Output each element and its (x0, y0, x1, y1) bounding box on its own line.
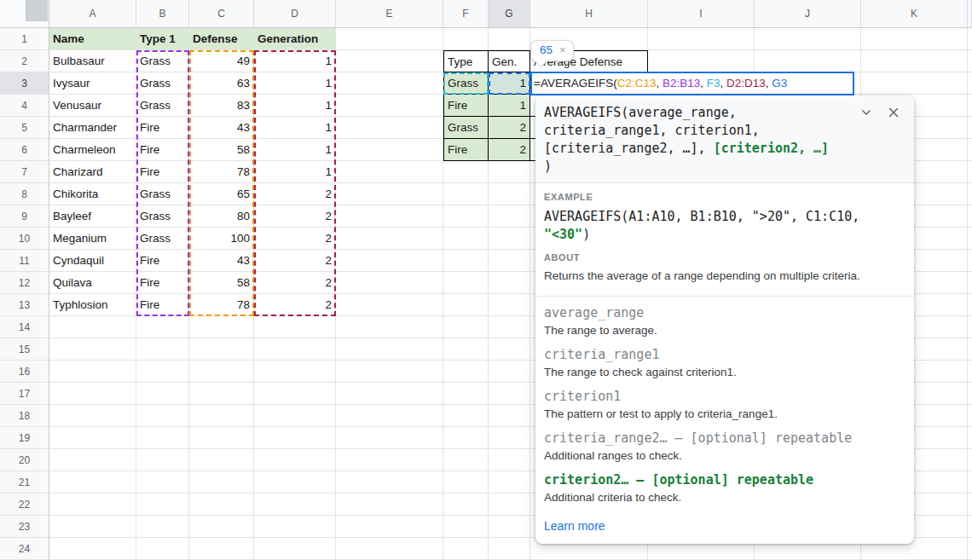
cell-C4[interactable]: 83 (189, 95, 254, 117)
cell-F12[interactable] (443, 272, 489, 294)
cell-C11[interactable]: 43 (189, 250, 254, 272)
close-icon[interactable] (885, 104, 902, 121)
cell-E24[interactable] (336, 538, 443, 560)
cell-E9[interactable] (336, 205, 443, 228)
cell-F13[interactable] (443, 294, 489, 316)
cell-F7[interactable] (443, 161, 489, 183)
cell-G20[interactable] (489, 449, 530, 471)
cell-A11[interactable]: Cyndaquil (49, 250, 136, 272)
cell-A23[interactable] (49, 516, 136, 538)
row-header-13[interactable]: 13 (0, 294, 49, 316)
cell-D23[interactable] (254, 516, 336, 538)
cell-E14[interactable] (336, 316, 443, 338)
cell-C13[interactable]: 78 (189, 294, 254, 316)
cell-G19[interactable] (489, 427, 530, 449)
column-header-A[interactable]: A (49, 0, 136, 28)
cell-E18[interactable] (336, 405, 443, 427)
row-header-21[interactable]: 21 (0, 471, 49, 494)
row-header-9[interactable]: 9 (0, 205, 49, 228)
cell-F9[interactable] (443, 205, 489, 228)
cell-A2[interactable]: Bulbasaur (49, 50, 136, 72)
cell-E3[interactable] (336, 72, 443, 95)
cell-F4[interactable]: Fire (443, 95, 489, 117)
cell-B7[interactable]: Fire (136, 161, 189, 183)
cell-A18[interactable] (49, 405, 136, 427)
cell-B21[interactable] (136, 471, 189, 494)
cell-F6[interactable]: Fire (443, 139, 489, 161)
cell-G21[interactable] (489, 471, 530, 494)
cell-K1[interactable] (861, 28, 968, 50)
cell-A8[interactable]: Chikorita (49, 183, 136, 205)
cell-B15[interactable] (136, 338, 189, 361)
cell-C17[interactable] (189, 383, 254, 405)
cell-D20[interactable] (254, 449, 336, 471)
cell-A14[interactable] (49, 316, 136, 338)
cell-D4[interactable]: 1 (254, 95, 336, 117)
cell-B8[interactable]: Grass (136, 183, 189, 205)
cell-E6[interactable] (336, 139, 443, 161)
cell-A19[interactable] (49, 427, 136, 449)
row-header-18[interactable]: 18 (0, 405, 49, 427)
cell-A12[interactable]: Quilava (49, 272, 136, 294)
row-header-23[interactable]: 23 (0, 516, 49, 538)
column-header-K[interactable]: K (861, 0, 968, 28)
cell-D8[interactable]: 2 (254, 183, 336, 205)
cell-F22[interactable] (443, 494, 489, 516)
column-header-E[interactable]: E (336, 0, 443, 28)
cell-E19[interactable] (336, 427, 443, 449)
cell-C23[interactable] (189, 516, 254, 538)
cell-A10[interactable]: Meganium (49, 228, 136, 250)
cell-G14[interactable] (489, 316, 530, 338)
cell-F8[interactable] (443, 183, 489, 205)
row-header-4[interactable]: 4 (0, 95, 49, 117)
learn-more-link[interactable]: Learn more (544, 519, 605, 533)
row-header-12[interactable]: 12 (0, 272, 49, 294)
cell-C12[interactable]: 58 (189, 272, 254, 294)
column-header-J[interactable]: J (755, 0, 861, 28)
cell-G22[interactable] (489, 494, 530, 516)
cell-F17[interactable] (443, 383, 489, 405)
row-header-10[interactable]: 10 (0, 228, 49, 250)
cell-C10[interactable]: 100 (189, 228, 254, 250)
cell-C14[interactable] (189, 316, 254, 338)
cell-E22[interactable] (336, 494, 443, 516)
row-header-22[interactable]: 22 (0, 494, 49, 516)
cell-G10[interactable] (489, 228, 530, 250)
cell-C20[interactable] (189, 449, 254, 471)
cell-D17[interactable] (254, 383, 336, 405)
cell-B17[interactable] (136, 383, 189, 405)
cell-B2[interactable]: Grass (136, 50, 189, 72)
cell-C19[interactable] (189, 427, 254, 449)
cell-C2[interactable]: 49 (189, 50, 254, 72)
cell-E21[interactable] (336, 471, 443, 494)
row-header-1[interactable]: 1 (0, 28, 49, 50)
select-all-corner[interactable] (0, 0, 49, 28)
cell-A15[interactable] (49, 338, 136, 361)
cell-F24[interactable] (443, 538, 489, 560)
column-header-B[interactable]: B (136, 0, 189, 28)
cell-D18[interactable] (254, 405, 336, 427)
cell-B23[interactable] (136, 516, 189, 538)
cell-B10[interactable]: Grass (136, 228, 189, 250)
column-header-G[interactable]: G (489, 0, 530, 28)
cell-B19[interactable] (136, 427, 189, 449)
cell-A6[interactable]: Charmeleon (49, 139, 136, 161)
cell-B18[interactable] (136, 405, 189, 427)
cell-E5[interactable] (336, 117, 443, 139)
cell-A17[interactable] (49, 383, 136, 405)
cell-D12[interactable]: 2 (254, 272, 336, 294)
cell-D13[interactable]: 2 (254, 294, 336, 316)
cell-A24[interactable] (49, 538, 136, 560)
row-header-2[interactable]: 2 (0, 50, 49, 72)
column-header-I[interactable]: I (648, 0, 755, 28)
cell-E4[interactable] (336, 95, 443, 117)
cell-A16[interactable] (49, 361, 136, 383)
row-header-3[interactable]: 3 (0, 72, 49, 95)
row-header-24[interactable]: 24 (0, 538, 49, 560)
column-header-F[interactable]: F (443, 0, 489, 28)
cell-C9[interactable]: 80 (189, 205, 254, 228)
column-header-D[interactable]: D (254, 0, 336, 28)
cell-E8[interactable] (336, 183, 443, 205)
cell-E7[interactable] (336, 161, 443, 183)
cell-C21[interactable] (189, 471, 254, 494)
